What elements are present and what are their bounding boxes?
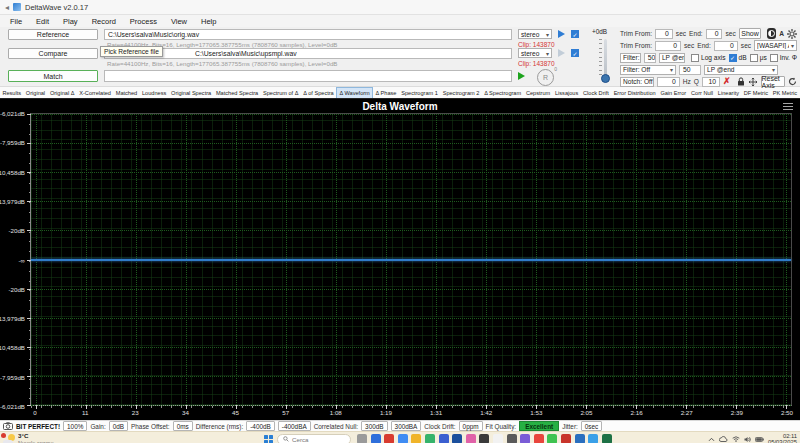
font-size-control[interactable]: A	[779, 30, 784, 37]
tab--spectrogram[interactable]: Δ Spectrogram	[482, 87, 524, 98]
comparison-channel-select[interactable]: stereo▾	[518, 48, 552, 58]
tab-spectrogram-2[interactable]: Spectrogram 2	[440, 87, 481, 98]
inv-phase-checkbox[interactable]	[770, 54, 778, 62]
filter-freq-2[interactable]: 50	[679, 65, 701, 75]
pan-icon[interactable]	[748, 77, 758, 87]
us-option[interactable]: μs	[750, 54, 767, 62]
volume-icon[interactable]	[744, 436, 751, 443]
tab-corr-null[interactable]: Corr Null	[689, 87, 716, 98]
taskbar-app-pink-app[interactable]	[466, 434, 476, 443]
inv-phase-option[interactable]: Inv. Φ	[770, 54, 797, 62]
taskbar-app-plane-blue[interactable]	[588, 434, 598, 443]
taskbar-app-store[interactable]	[371, 434, 381, 443]
filter-lp-select-1[interactable]: LP @end▾	[659, 53, 685, 63]
tab-matched[interactable]: Matched	[113, 87, 139, 98]
db-checkbox[interactable]: ✓	[729, 54, 737, 62]
reference-channel-select[interactable]: stereo▾	[518, 29, 552, 39]
comparison-path-field[interactable]: C:\Users\salva\Music\upsmpl.wav	[104, 48, 512, 59]
filter-lp-select-2[interactable]: LP @end▾	[704, 65, 778, 75]
taskbar-app-media-red[interactable]	[561, 434, 571, 443]
tab-df-metric[interactable]: DF Metric	[741, 87, 770, 98]
show-button[interactable]: Show	[739, 28, 762, 39]
tab-cepstrum[interactable]: Cepstrum	[524, 87, 553, 98]
menu-file[interactable]: File	[3, 17, 29, 26]
filter-freq-1[interactable]: 50	[644, 53, 656, 63]
taskbar-app-paint[interactable]	[520, 434, 530, 443]
tray-expand-icon[interactable]	[708, 437, 715, 442]
taskbar-app-excel[interactable]	[602, 434, 612, 443]
gear-icon[interactable]	[787, 29, 797, 39]
taskbar-app-notes[interactable]	[493, 434, 503, 443]
clear-icon[interactable]: ✗	[723, 77, 731, 86]
reset-axis-button[interactable]: Reset Axis	[761, 76, 785, 87]
taskbar-app-outlook[interactable]	[575, 434, 585, 443]
tab-original-spectra[interactable]: Original Spectra	[169, 87, 214, 98]
plot-area[interactable]	[30, 113, 792, 406]
q-input[interactable]: 10	[702, 77, 720, 87]
tab-loudness[interactable]: Loudness	[140, 87, 169, 98]
onedrive-icon[interactable]	[719, 436, 728, 442]
tab-lissajous[interactable]: Lissajous	[553, 87, 581, 98]
taskbar-app-edge-browser[interactable]	[452, 434, 462, 443]
match-button[interactable]: Match	[8, 70, 98, 82]
slider-thumb[interactable]	[601, 74, 610, 83]
tab-results[interactable]: Results	[0, 87, 23, 98]
lock-icon[interactable]	[737, 77, 745, 86]
compare-button[interactable]: Compare	[8, 48, 98, 59]
menu-record[interactable]: Record	[85, 17, 123, 26]
refresh-icon[interactable]	[788, 77, 797, 86]
log-axis-option[interactable]: Log axis	[691, 54, 726, 62]
reference-button[interactable]: Reference	[8, 29, 98, 40]
us-checkbox[interactable]	[750, 54, 758, 62]
taskbar-app-photos[interactable]	[398, 434, 408, 443]
notch-select[interactable]: Notch: Off▾	[620, 77, 654, 87]
taskbar-app-file-explorer[interactable]	[357, 434, 367, 443]
chart-menu-icon[interactable]	[783, 103, 793, 110]
theme-toggle[interactable]	[767, 28, 776, 39]
play-delta-icon[interactable]	[518, 72, 525, 80]
tab--phase[interactable]: Δ Phase	[373, 87, 399, 98]
tab-matched-spectra[interactable]: Matched Spectra	[214, 87, 261, 98]
menu-view[interactable]: View	[164, 17, 194, 26]
trim-end-input-2[interactable]: 0	[714, 41, 738, 51]
play-reference-icon[interactable]	[558, 30, 565, 38]
tab-spectrogram-1[interactable]: Spectrogram 1	[399, 87, 440, 98]
reference-path-field[interactable]: C:\Users\salva\Music\orig.wav	[104, 29, 512, 40]
taskbar-app-folder[interactable]	[411, 434, 421, 443]
tab-error-distribution[interactable]: Error Distribution	[611, 87, 658, 98]
menu-help[interactable]: Help	[194, 17, 223, 26]
play-comparison-icon[interactable]	[558, 49, 565, 57]
tab-original-[interactable]: Original Δ	[48, 87, 77, 98]
taskbar-app-chrome[interactable]	[534, 434, 544, 443]
wifi-icon[interactable]	[732, 436, 740, 442]
start-button[interactable]	[264, 435, 273, 443]
taskbar-app-green-app[interactable]	[425, 434, 435, 443]
taskbar-app-red-circle-app[interactable]	[384, 434, 394, 443]
notch-freq-input[interactable]: 0	[657, 77, 680, 87]
taskbar-app-whatsapp[interactable]	[547, 434, 557, 443]
weather-widget[interactable]: 3°C Nuvole sparse	[3, 433, 54, 443]
trim-from-input-2[interactable]: 0	[655, 41, 681, 51]
record-monitor-button[interactable]: R0	[537, 69, 554, 86]
audio-device-select[interactable]: [WASAPI] Altoparlanti (Realtek(R) Audio)…	[754, 40, 797, 51]
db-option[interactable]: ✓dB	[729, 54, 747, 62]
tab--waveform[interactable]: Δ Waveform	[336, 87, 373, 98]
gain-slider[interactable]	[596, 37, 612, 83]
filter-select-1[interactable]: Filter: Off▾	[620, 53, 641, 63]
tab--of-spectra[interactable]: Δ of Spectra	[301, 87, 336, 98]
battery-icon[interactable]	[755, 437, 764, 442]
tab-gain-error[interactable]: Gain Error	[658, 87, 689, 98]
taskbar-app-calculator[interactable]	[507, 434, 517, 443]
camera-icon[interactable]	[3, 422, 13, 430]
log-axis-checkbox[interactable]	[691, 54, 699, 62]
reference-enable-checkbox[interactable]: ✓	[571, 30, 579, 38]
tab-clock-drift[interactable]: Clock Drift	[581, 87, 612, 98]
taskbar-app-dark-app[interactable]	[479, 434, 489, 443]
tab-linearity[interactable]: Linearity	[715, 87, 741, 98]
menu-edit[interactable]: Edit	[29, 17, 56, 26]
menu-play[interactable]: Play	[56, 17, 85, 26]
tab-original[interactable]: Original	[23, 87, 47, 98]
comparison-enable-checkbox[interactable]: ✓	[571, 49, 579, 57]
search-box[interactable]: Cerca	[277, 434, 351, 443]
tab-x-correlated[interactable]: X-Correlated	[77, 87, 114, 98]
